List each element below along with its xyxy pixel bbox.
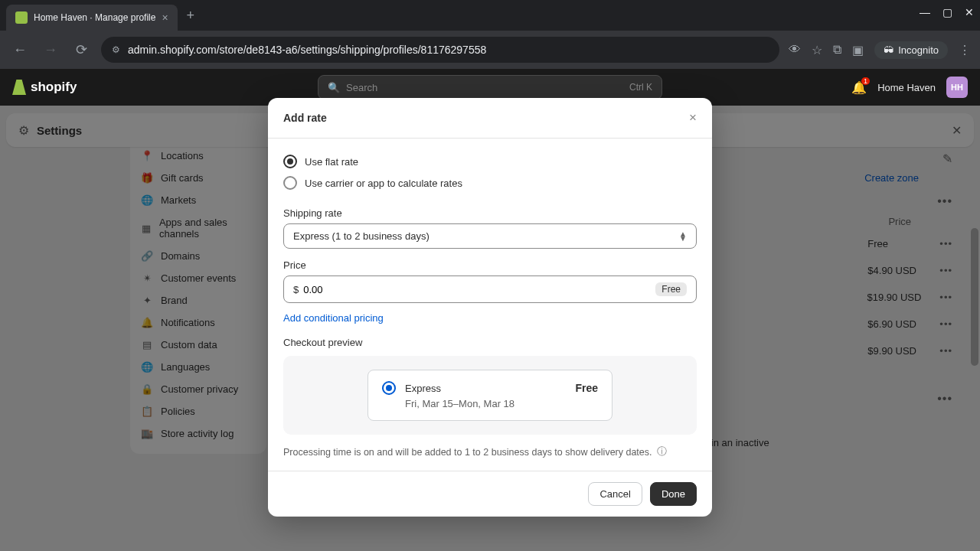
back-button[interactable]: ← xyxy=(9,42,31,58)
price-input[interactable] xyxy=(303,284,651,295)
rate-type-radio-group: Use flat rate Use carrier or app to calc… xyxy=(283,151,697,194)
incognito-icon: 🕶 xyxy=(884,44,893,56)
browser-tab[interactable]: Home Haven · Manage profile × xyxy=(6,5,178,31)
minimize-button[interactable]: — xyxy=(920,6,930,18)
forward-button[interactable]: → xyxy=(40,42,61,58)
notifications-button[interactable]: 🔔1 xyxy=(851,80,867,95)
url-bar[interactable]: ⚙ admin.shopify.com/store/de8143-a6/sett… xyxy=(101,37,779,63)
tab-title: Home Haven · Manage profile xyxy=(34,12,155,23)
incognito-badge[interactable]: 🕶 Incognito xyxy=(874,41,948,59)
preview-rate-price: Free xyxy=(575,382,598,394)
url-text: admin.shopify.com/store/de8143-a6/settin… xyxy=(128,44,486,56)
eye-off-icon[interactable]: 👁 xyxy=(789,43,801,57)
search-shortcut: Ctrl K xyxy=(629,82,652,93)
shopify-logo-icon xyxy=(12,80,26,95)
extensions-icon[interactable]: ⧉ xyxy=(833,43,841,57)
price-label: Price xyxy=(283,259,697,271)
preview-rate-name: Express xyxy=(405,383,441,394)
favicon-icon xyxy=(15,11,28,24)
radio-icon xyxy=(283,176,297,190)
cancel-button[interactable]: Cancel xyxy=(588,482,642,506)
flat-rate-option[interactable]: Use flat rate xyxy=(283,151,697,172)
maximize-button[interactable]: ▢ xyxy=(942,6,952,18)
site-info-icon[interactable]: ⚙ xyxy=(112,44,120,55)
modal-header: Add rate × xyxy=(268,98,712,139)
shopify-logo[interactable]: shopify xyxy=(12,80,77,95)
bookmark-icon[interactable]: ☆ xyxy=(812,43,822,57)
add-rate-modal: Add rate × Use flat rate Use carrier or … xyxy=(268,98,712,517)
window-controls: — ▢ ✕ xyxy=(920,6,974,18)
carrier-rate-option[interactable]: Use carrier or app to calculate rates xyxy=(283,172,697,194)
free-badge: Free xyxy=(655,282,687,296)
tab-close-icon[interactable]: × xyxy=(162,11,168,24)
select-arrows-icon: ▲▼ xyxy=(679,232,687,241)
nav-bar: ← → ⟳ ⚙ admin.shopify.com/store/de8143-a… xyxy=(0,31,980,69)
tab-bar: Home Haven · Manage profile × + — ▢ ✕ xyxy=(0,0,980,31)
notif-badge: 1 xyxy=(861,77,870,85)
new-tab-button[interactable]: + xyxy=(187,8,195,24)
search-bar[interactable]: 🔍 Search Ctrl K xyxy=(318,75,662,99)
radio-icon xyxy=(283,155,297,168)
close-window-button[interactable]: ✕ xyxy=(965,6,974,18)
checkout-preview-label: Checkout preview xyxy=(283,337,697,348)
radio-icon xyxy=(382,381,396,395)
done-button[interactable]: Done xyxy=(650,482,697,506)
modal-close-button[interactable]: × xyxy=(689,110,697,126)
store-name[interactable]: Home Haven xyxy=(877,82,936,93)
info-icon[interactable]: ⓘ xyxy=(657,445,667,458)
checkout-preview: Express Free Fri, Mar 15–Mon, Mar 18 xyxy=(283,356,697,435)
add-conditional-pricing-link[interactable]: Add conditional pricing xyxy=(283,312,384,324)
search-icon: 🔍 xyxy=(328,82,340,93)
preview-delivery-date: Fri, Mar 15–Mon, Mar 18 xyxy=(405,398,598,409)
modal-title: Add rate xyxy=(283,112,327,124)
shipping-rate-label: Shipping rate xyxy=(283,207,697,219)
reload-button[interactable]: ⟳ xyxy=(70,41,92,58)
processing-time-note: Processing time is on and will be added … xyxy=(283,445,697,458)
store-avatar[interactable]: HH xyxy=(946,77,968,98)
price-input-wrapper: $ Free xyxy=(283,276,697,303)
shipping-rate-select[interactable]: Express (1 to 2 business days) ▲▼ xyxy=(283,223,697,249)
currency-symbol: $ xyxy=(293,284,299,295)
panel-icon[interactable]: ▣ xyxy=(852,43,864,57)
modal-footer: Cancel Done xyxy=(268,471,712,517)
preview-card: Express Free Fri, Mar 15–Mon, Mar 18 xyxy=(368,370,612,421)
menu-icon[interactable]: ⋮ xyxy=(959,43,971,57)
browser-chrome: Home Haven · Manage profile × + — ▢ ✕ ← … xyxy=(0,0,980,69)
